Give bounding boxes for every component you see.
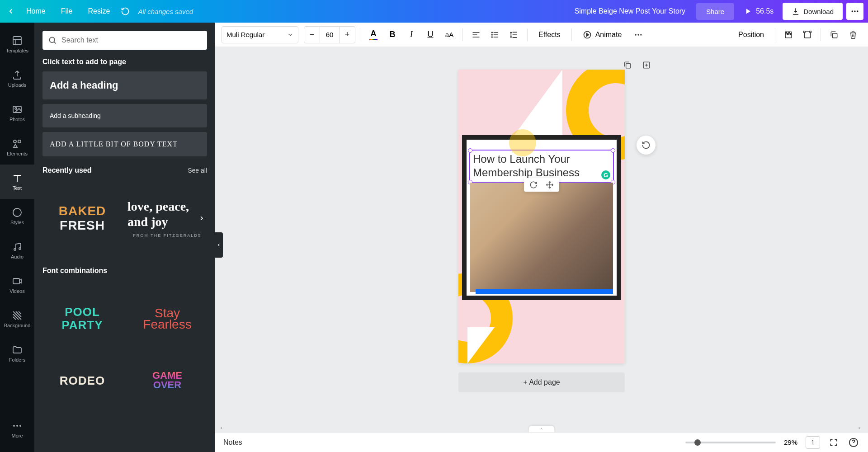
undo-icon[interactable] bbox=[119, 5, 132, 18]
rail-text[interactable]: Text bbox=[0, 165, 34, 199]
section-header: Recently used See all bbox=[42, 166, 207, 174]
element-float-controls bbox=[524, 178, 559, 192]
rail-label: More bbox=[11, 433, 23, 438]
font-thumb-pool[interactable]: POOLPARTY bbox=[42, 280, 122, 357]
resize-handle[interactable] bbox=[468, 148, 472, 153]
more-button[interactable] bbox=[846, 3, 863, 20]
hscroll-right-icon[interactable] bbox=[857, 426, 864, 431]
add-body-text-button[interactable]: Add a little bit of body text bbox=[42, 132, 207, 156]
svg-point-0 bbox=[852, 10, 853, 12]
duplicate-button[interactable] bbox=[826, 26, 843, 43]
see-all-link[interactable]: See all bbox=[188, 167, 207, 174]
rail-videos[interactable]: Videos bbox=[0, 268, 34, 302]
font-thumb-rodeo[interactable]: RODEO bbox=[42, 363, 122, 399]
recently-used-title: Recently used bbox=[42, 166, 91, 174]
svg-point-20 bbox=[635, 34, 637, 35]
video-progress bbox=[476, 289, 613, 294]
svg-point-15 bbox=[49, 37, 55, 42]
next-arrow-icon[interactable] bbox=[194, 211, 209, 226]
position-button[interactable]: Position bbox=[732, 26, 770, 43]
search-input[interactable] bbox=[61, 36, 202, 44]
zoom-thumb[interactable] bbox=[694, 439, 701, 446]
home-button[interactable]: Home bbox=[20, 5, 52, 18]
font-family-select[interactable]: Muli Regular bbox=[222, 26, 298, 43]
rail-audio[interactable]: Audio bbox=[0, 233, 34, 268]
move-icon[interactable] bbox=[546, 181, 554, 189]
text-color-button[interactable]: A bbox=[365, 26, 382, 43]
rail-label: Uploads bbox=[8, 82, 26, 88]
fullscreen-icon[interactable] bbox=[827, 436, 840, 449]
zoom-slider[interactable] bbox=[685, 442, 776, 443]
rail-background[interactable]: Background bbox=[0, 302, 34, 336]
left-rail: Templates Uploads Photos Elements Text S… bbox=[0, 23, 34, 452]
spacing-button[interactable] bbox=[505, 26, 523, 43]
add-subheading-button[interactable]: Add a subheading bbox=[42, 104, 207, 127]
topbar-left: Home File Resize All changes saved bbox=[5, 5, 193, 18]
lock-button[interactable] bbox=[799, 26, 816, 43]
document-title[interactable]: Simple Beige New Post Your Story bbox=[575, 7, 685, 15]
animate-button[interactable]: Animate bbox=[576, 26, 628, 43]
duration-label: 56.5s bbox=[756, 7, 774, 15]
collapse-panel-icon[interactable] bbox=[215, 232, 223, 258]
font-thumb-gameover[interactable]: GAMEOVER bbox=[127, 363, 207, 399]
font-thumb-baked[interactable]: BAKED FRESH bbox=[42, 180, 122, 257]
add-page-icon[interactable] bbox=[639, 58, 654, 72]
resize-handle[interactable] bbox=[611, 148, 615, 153]
svg-point-17 bbox=[492, 34, 493, 35]
rail-photos[interactable]: Photos bbox=[0, 96, 34, 130]
transparency-button[interactable] bbox=[780, 26, 797, 43]
thumb-subtext: FROM THE FITZGERALDS bbox=[133, 233, 201, 238]
align-button[interactable] bbox=[467, 26, 485, 43]
back-icon[interactable] bbox=[5, 5, 17, 18]
download-button[interactable]: Download bbox=[783, 3, 843, 20]
canvas-area[interactable]: How to Launch Your Membership Business G… bbox=[215, 47, 868, 432]
case-button[interactable]: aA bbox=[441, 26, 458, 43]
svg-point-6 bbox=[14, 140, 16, 143]
delete-button[interactable] bbox=[844, 26, 862, 43]
decrease-size-button[interactable]: − bbox=[304, 27, 320, 43]
rail-more[interactable]: More bbox=[0, 412, 34, 447]
video-frame[interactable]: How to Launch Your Membership Business G bbox=[462, 135, 621, 300]
refresh-icon[interactable] bbox=[637, 136, 656, 155]
design-page[interactable]: How to Launch Your Membership Business G bbox=[458, 70, 625, 363]
font-size-input[interactable]: 60 bbox=[320, 27, 340, 43]
divider bbox=[462, 28, 463, 41]
italic-button[interactable]: I bbox=[403, 26, 420, 43]
file-menu[interactable]: File bbox=[55, 5, 79, 18]
add-heading-button[interactable]: Add a heading bbox=[42, 71, 207, 99]
page-indicator[interactable]: 1 bbox=[806, 436, 820, 449]
rail-templates[interactable]: Templates bbox=[0, 27, 34, 61]
hscroll-left-icon[interactable] bbox=[219, 426, 226, 431]
underline-button[interactable]: U bbox=[422, 26, 439, 43]
font-thumb-fearless[interactable]: StayFearless bbox=[127, 280, 207, 357]
rail-folders[interactable]: Folders bbox=[0, 336, 34, 371]
zoom-percentage[interactable]: 29% bbox=[784, 438, 797, 446]
text-content[interactable]: How to Launch Your Membership Business bbox=[470, 151, 613, 181]
rail-elements[interactable]: Elements bbox=[0, 130, 34, 165]
combo-thumbs-2: RODEO GAMEOVER bbox=[42, 363, 207, 399]
rotate-icon[interactable] bbox=[529, 181, 538, 189]
more-toolbar-button[interactable] bbox=[630, 26, 647, 43]
thumb-text: POOL bbox=[65, 305, 100, 319]
expand-timeline-icon[interactable] bbox=[529, 426, 554, 432]
resize-button[interactable]: Resize bbox=[81, 5, 116, 18]
present-button[interactable]: 56.5s bbox=[738, 7, 779, 16]
rail-uploads[interactable]: Uploads bbox=[0, 61, 34, 96]
help-icon[interactable] bbox=[847, 436, 860, 449]
grammarly-icon[interactable]: G bbox=[601, 170, 610, 179]
increase-size-button[interactable]: + bbox=[340, 27, 355, 43]
effects-button[interactable]: Effects bbox=[532, 26, 567, 43]
rail-styles[interactable]: Styles bbox=[0, 199, 34, 233]
toolbar-right: Position bbox=[732, 26, 862, 43]
svg-rect-7 bbox=[18, 140, 21, 143]
shape-triangle bbox=[467, 327, 495, 363]
rail-label: Photos bbox=[9, 117, 25, 122]
notes-button[interactable]: Notes bbox=[223, 438, 242, 447]
bold-button[interactable]: B bbox=[384, 26, 401, 43]
share-button[interactable]: Share bbox=[696, 3, 734, 20]
animate-icon bbox=[583, 30, 592, 39]
list-button[interactable] bbox=[486, 26, 504, 43]
add-page-button[interactable]: + Add page bbox=[458, 372, 625, 392]
rail-label: Styles bbox=[10, 220, 24, 225]
divider bbox=[571, 28, 572, 41]
